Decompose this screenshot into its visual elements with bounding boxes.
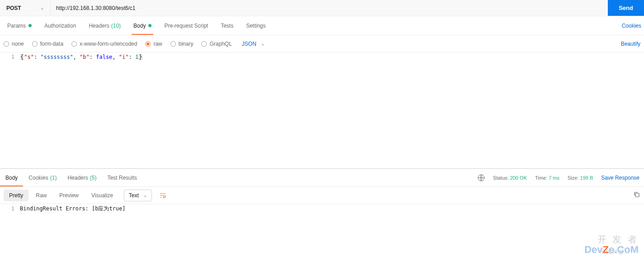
chevron-down-icon: ⌄ (40, 5, 44, 10)
method-value: POST (6, 5, 21, 11)
radio-icon (201, 41, 207, 47)
globe-icon[interactable] (478, 174, 485, 181)
raw-type-select[interactable]: JSON⌄ (242, 41, 265, 47)
svg-rect-1 (635, 193, 639, 197)
url-input[interactable] (51, 0, 608, 16)
body-type-bar: none form-data x-www-form-urlencoded raw… (0, 35, 644, 52)
radio-urlencoded[interactable]: x-www-form-urlencoded (71, 41, 137, 47)
tab-params[interactable]: Params (1, 16, 38, 35)
resp-tab-body[interactable]: Body (0, 169, 23, 186)
response-section: Body Cookies(1) Headers(5) Test Results … (0, 168, 644, 213)
tab-settings[interactable]: Settings (240, 16, 272, 35)
view-visualize[interactable]: Visualize (86, 190, 118, 201)
radio-icon (145, 41, 151, 47)
request-tabs: Params Authorization Headers(10) Body Pr… (0, 16, 644, 35)
radio-icon (170, 41, 176, 47)
csdn-watermark: CSDN @... (601, 249, 629, 255)
tab-prerequest[interactable]: Pre-request Script (158, 16, 214, 35)
response-type-select[interactable]: Text⌄ (124, 190, 152, 201)
method-select[interactable]: POST ⌄ (0, 0, 51, 16)
send-button[interactable]: Send (608, 0, 644, 16)
radio-graphql[interactable]: GraphQL (201, 41, 232, 47)
tab-tests[interactable]: Tests (214, 16, 240, 35)
resp-tab-cookies[interactable]: Cookies(1) (23, 169, 62, 186)
view-raw[interactable]: Raw (30, 190, 52, 201)
line-content[interactable]: {"s": "ssssssss", "b": false, "i": 1} (20, 52, 142, 62)
radio-icon (4, 41, 9, 47)
cookies-link[interactable]: Cookies (622, 23, 643, 29)
response-view-bar: Pretty Raw Preview Visualize Text⌄ (0, 187, 644, 204)
tab-authorization[interactable]: Authorization (38, 16, 82, 35)
beautify-link[interactable]: Beautify (621, 41, 640, 47)
response-tabs: Body Cookies(1) Headers(5) Test Results … (0, 169, 644, 187)
save-response-link[interactable]: Save Response (601, 175, 639, 181)
chevron-down-icon: ⌄ (143, 193, 147, 198)
radio-none[interactable]: none (4, 41, 24, 47)
radio-icon (32, 41, 38, 47)
wrap-lines-button[interactable] (156, 189, 169, 202)
tab-body[interactable]: Body (127, 16, 158, 35)
view-preview[interactable]: Preview (54, 190, 84, 201)
response-body-viewer[interactable]: 1 BindingResult Errors: [b应为true] (0, 204, 644, 213)
line-number: 1 (0, 52, 20, 62)
request-body-editor[interactable]: 1 {"s": "ssssssss", "b": false, "i": 1} (0, 52, 644, 168)
editor-line: 1 BindingResult Errors: [b应为true] (0, 204, 644, 213)
tab-headers[interactable]: Headers(10) (82, 16, 127, 35)
line-number: 1 (0, 204, 20, 213)
resp-tab-tests[interactable]: Test Results (102, 169, 142, 186)
copy-icon[interactable] (633, 191, 640, 200)
radio-icon (71, 41, 77, 47)
response-status: Status: 200 OK Time: 7 ms Size: 199 B Sa… (478, 174, 644, 181)
radio-raw[interactable]: raw (145, 41, 162, 47)
radio-form-data[interactable]: form-data (32, 41, 63, 47)
dot-icon (148, 24, 152, 27)
editor-line: 1 {"s": "ssssssss", "b": false, "i": 1} (0, 52, 644, 62)
radio-binary[interactable]: binary (170, 41, 194, 47)
resp-tab-headers[interactable]: Headers(5) (62, 169, 102, 186)
view-pretty[interactable]: Pretty (4, 190, 28, 201)
chevron-down-icon: ⌄ (261, 41, 265, 46)
request-bar: POST ⌄ Send (0, 0, 644, 16)
dot-icon (28, 24, 32, 27)
line-content: BindingResult Errors: [b应为true] (20, 204, 126, 213)
